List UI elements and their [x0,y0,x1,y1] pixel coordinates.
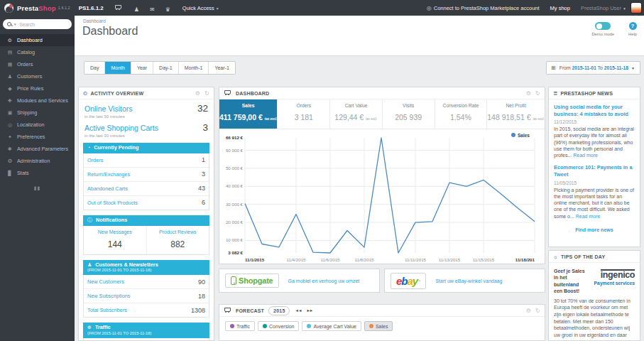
online-visitors-stat: Online Visitors 32 in the last 30 minute… [79,99,214,119]
customers-item-link[interactable]: New Customers [87,278,124,285]
sidebar-item-preferences[interactable]: ✦Preferences [0,131,75,143]
product-reviews-link[interactable]: Product Reviews [147,229,209,234]
collapse-menu-button[interactable]: ▮▮ [0,185,75,191]
sidebar-item-catalog[interactable]: ▤Catalog [0,46,75,58]
kpi-cart-value[interactable]: Cart Value129,44 € tax excl. [330,99,383,129]
new-messages-link[interactable]: New Messages [84,229,146,234]
read-more-link[interactable]: Read more [576,214,601,219]
customers-item-link[interactable]: Total Subscribers [87,307,127,313]
range-button-year-1[interactable]: Year-1 [209,62,234,74]
active-carts-link[interactable]: Active Shopping Carts [84,124,158,132]
search-input[interactable] [19,22,67,27]
online-visitors-link[interactable]: Online Visitors [84,104,133,113]
topbar: PrestaShop 1.6.1.2 PS1.6.1.2 ♟✉♛ Quick A… [0,0,644,16]
sidebar-item-advanced-parameters[interactable]: ✱Advanced Parameters [0,143,75,155]
kpi-sales[interactable]: Sales411 759,00 € tax excl. [219,99,278,129]
localization-icon: ◎ [6,122,14,128]
next-year-button[interactable]: ►► [306,308,312,313]
kpi-value: 129,44 € tax excl. [330,113,382,121]
range-button-month-1[interactable]: Month-1 [179,62,209,74]
help-icon[interactable]: ? [629,22,637,30]
prestashop-logo-icon [4,4,13,13]
customers-item-value: 18 [198,293,205,300]
ebay-link[interactable]: Start uw eBay-winkel vandaag [435,278,502,283]
find-more-news-link[interactable]: Find more news [549,227,640,232]
forecast-toggle-traffic[interactable]: Traffic [225,321,255,331]
sidebar-item-price-rules[interactable]: ◆Price Rules [0,82,75,94]
legend-dot [307,324,311,328]
avatar[interactable] [631,2,642,13]
gear-icon[interactable]: ⚙ [526,308,531,314]
range-button-day[interactable]: Day [84,62,105,74]
kpi-suffix: tax excl. [366,117,378,121]
marketplace-link[interactable]: ◎Connect to PrestaShop Marketplace accou… [427,5,540,11]
globe-icon: ⊕ [87,325,92,330]
advanced-parameters-icon: ✱ [6,146,14,152]
chevron-down-icon: ▼ [216,6,219,11]
gear-icon[interactable]: ⚙ [195,90,200,97]
pending-item-link[interactable]: Orders [87,157,103,163]
cart-icon[interactable] [114,4,124,11]
range-button-month[interactable]: Month [105,62,131,74]
kpi-suffix: tax excl. [533,117,545,121]
table-row: Abandoned Carts43 [84,182,209,196]
sidebar-item-orders[interactable]: ▦Orders [0,58,75,70]
date-range-picker[interactable]: ⊞ From 2015-11-01 To 2015-11-18 ▼ [546,61,640,75]
phone-icon [231,276,236,285]
customers-item-link[interactable]: New Subscriptions [87,293,130,299]
range-button-day-1[interactable]: Day-1 [153,62,179,74]
employees-icon[interactable]: ♟ [134,6,139,13]
news-article-title[interactable]: Using social media for your business: 4 … [554,104,635,117]
sidebar-item-label: Price Rules [17,85,43,92]
kpi-orders[interactable]: Orders3 181 [278,99,330,129]
forecast-panel: FORECAST 2015 ◄◄ ►► ⚙↻ TrafficConversion… [219,304,545,341]
pending-item-link[interactable]: Out of Stock Products [87,200,138,206]
kpi-net-profit[interactable]: Net Profit148 918,51 € tax excl. [487,99,545,129]
sidebar: ▼ ⊙Dashboard▤Catalog▦Orders♟Customers◆Pr… [0,16,75,341]
sidebar-item-label: Customers [17,73,42,80]
shop-name[interactable]: PS1.6.1.2 [79,5,104,11]
range-button-year[interactable]: Year [131,62,153,74]
read-more-link[interactable]: Read more [573,153,598,158]
gear-icon[interactable]: ⚙ [526,90,531,97]
sidebar-search[interactable]: ▼ [3,19,72,29]
forecast-toggle-conversion[interactable]: Conversion [258,321,299,331]
user-menu[interactable]: PrestaShop User▼ [581,5,626,11]
svg-text:11/11/2015: 11/11/2015 [405,257,427,262]
news-article-title[interactable]: Ecommerce 101: Payments in a Tweet [554,164,635,178]
sidebar-item-administration[interactable]: ❂Administration [0,155,75,167]
svg-text:11/13/2015: 11/13/2015 [439,257,461,262]
forecast-toggle-average-cart-value[interactable]: Average Cart Value [302,321,361,331]
sidebar-item-dashboard[interactable]: ⊙Dashboard [0,34,75,46]
achievements-icon[interactable]: ♛ [165,6,170,13]
shopgate-link[interactable]: Ga mobiel en verhoog uw omzet [288,278,360,283]
quick-access-menu[interactable]: Quick Access▼ [182,5,219,11]
ebay-letter: b [401,275,407,287]
demo-mode-toggle[interactable] [595,22,611,30]
sidebar-item-localization[interactable]: ◎Localization [0,119,75,131]
sidebar-item-shipping[interactable]: ▣Shipping [0,107,75,119]
refresh-icon[interactable]: ↻ [535,90,540,97]
refresh-icon[interactable]: ↻ [535,308,540,314]
previous-year-button[interactable]: ◄◄ [295,308,301,313]
table-row: Orders1 [84,153,209,168]
breadcrumb[interactable]: Dashboard [83,18,106,23]
kpi-visits[interactable]: Visits205 939 [383,99,435,129]
legend-dot [263,324,267,328]
sidebar-item-label: Modules and Services [17,97,68,104]
kpi-value: 1.54% [435,113,487,121]
kpi-label: Conversion Rate [435,103,487,108]
sidebar-item-stats[interactable]: ▊Stats [0,167,75,179]
svg-text:11/8/2015: 11/8/2015 [354,257,374,262]
messages-icon[interactable]: ✉ [150,6,155,13]
sidebar-item-modules-and-services[interactable]: ✚Modules and Services [0,94,75,107]
shopgate-logo: Shopgate [225,274,279,288]
kpi-conversion-rate[interactable]: Conversion Rate1.54% [435,99,488,129]
chevron-down-icon: ▼ [13,23,16,26]
pending-item-link[interactable]: Abandoned Carts [87,185,128,192]
refresh-icon[interactable]: ↻ [204,90,209,97]
sidebar-item-customers[interactable]: ♟Customers [0,70,75,82]
pending-item-link[interactable]: Return/Exchanges [87,171,130,178]
forecast-toggle-sales[interactable]: Sales [364,321,393,331]
my-shop-link[interactable]: My shop [550,5,570,11]
